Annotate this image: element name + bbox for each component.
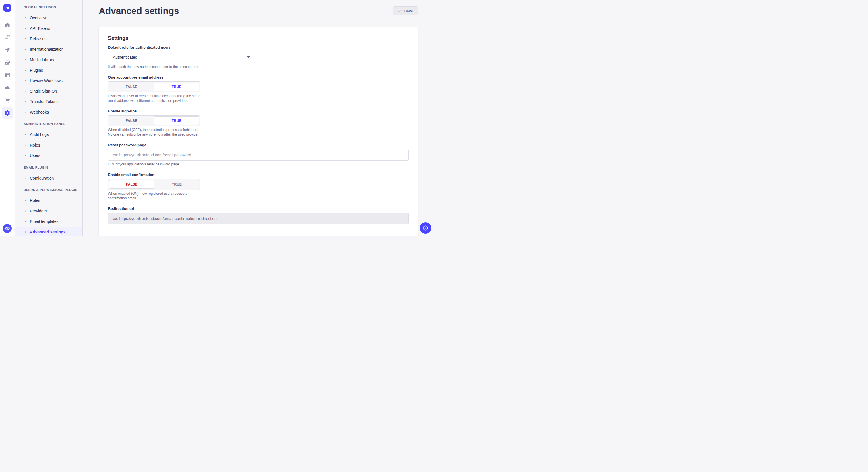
bullet-icon — [25, 80, 26, 81]
bullet-icon — [25, 101, 26, 102]
layout-icon[interactable] — [2, 69, 13, 81]
question-mark-icon: ? — [422, 225, 429, 231]
sidebar-item-label: Internationalization — [30, 47, 64, 52]
sidebar-item-plugins[interactable]: Plugins — [15, 65, 82, 76]
email-confirmation-true-option[interactable]: TRUE — [154, 180, 199, 189]
sidebar-item-label: Roles — [30, 143, 40, 147]
bullet-icon — [25, 49, 26, 50]
reset-password-input[interactable] — [108, 149, 409, 161]
media-library-icon[interactable] — [2, 57, 13, 68]
sidebar-item-review-workflows[interactable]: Review Workflows — [15, 75, 82, 86]
bullet-icon — [25, 155, 26, 156]
settings-card: Settings Default role for authenticated … — [99, 27, 418, 236]
check-icon — [398, 9, 402, 13]
help-button[interactable]: ? — [420, 222, 431, 234]
icon-rail: KD — [0, 0, 15, 236]
email-confirmation-label: Enable email confirmation — [108, 173, 409, 177]
field-email-confirmation: Enable email confirmation FALSE TRUE Whe… — [108, 173, 409, 200]
bullet-icon — [25, 221, 26, 222]
one-account-false-option[interactable]: FALSE — [109, 82, 154, 91]
settings-heading: Settings — [108, 35, 409, 41]
bullet-icon — [25, 144, 26, 146]
sidebar-section-label: GLOBAL SETTINGS — [15, 4, 82, 10]
sidebar-item-providers[interactable]: Providers — [15, 206, 82, 216]
enable-signups-toggle: FALSE TRUE — [108, 115, 200, 126]
field-redirection-url: Redirection url — [108, 206, 409, 224]
sidebar-item-label: Audit Logs — [30, 132, 49, 137]
redirection-url-input[interactable] — [108, 213, 409, 224]
email-confirmation-helper: When enabled (ON), new registered users … — [108, 191, 203, 200]
sidebar-section: USERS & PERMISSIONS PLUGINRolesProviders… — [15, 187, 82, 236]
enable-signups-false-option[interactable]: FALSE — [109, 116, 154, 125]
sidebar-item-configuration[interactable]: Configuration — [15, 173, 82, 183]
sidebar-item-media-library[interactable]: Media Library — [15, 55, 82, 65]
sidebar-item-webhooks[interactable]: Webhooks — [15, 107, 82, 117]
sidebar-item-overview[interactable]: Overview — [15, 12, 82, 23]
sidebar-section: ADMINISTRATION PANELAudit LogsRolesUsers — [15, 121, 82, 161]
gear-icon[interactable] — [2, 107, 13, 119]
sidebar-item-label: Configuration — [30, 176, 54, 180]
sidebar-item-label: Releases — [30, 36, 46, 41]
one-account-helper: Disallow the user to create multiple acc… — [108, 94, 203, 103]
bullet-icon — [25, 177, 26, 179]
chevron-down-icon — [247, 57, 250, 58]
one-account-true-option[interactable]: TRUE — [154, 82, 199, 91]
sidebar-item-users[interactable]: Users — [15, 150, 82, 161]
sidebar-item-releases[interactable]: Releases — [15, 34, 82, 44]
email-confirmation-false-option[interactable]: FALSE — [109, 180, 154, 189]
sidebar-item-label: Providers — [30, 209, 47, 213]
strapi-logo[interactable] — [3, 4, 11, 12]
bullet-icon — [25, 231, 26, 233]
enable-signups-true-option[interactable]: TRUE — [154, 116, 199, 125]
page-header: Advanced settings Save — [99, 0, 418, 22]
user-avatar[interactable]: KD — [3, 224, 12, 233]
sidebar-item-label: Single Sign-On — [30, 89, 57, 94]
field-default-role: Default role for authenticated users Aut… — [108, 45, 409, 69]
sidebar-item-audit-logs[interactable]: Audit Logs — [15, 129, 82, 140]
bullet-icon — [25, 200, 26, 201]
sidebar-item-label: Roles — [30, 198, 40, 203]
sidebar-item-label: API Tokens — [30, 26, 50, 31]
logo-block — [0, 0, 14, 16]
sidebar-item-api-tokens[interactable]: API Tokens — [15, 23, 82, 34]
default-role-label: Default role for authenticated users — [108, 45, 409, 49]
sidebar-item-label: Users — [30, 153, 40, 158]
sidebar-item-label: Plugins — [30, 68, 43, 72]
cart-icon[interactable] — [2, 95, 13, 106]
sidebar-section-label: ADMINISTRATION PANEL — [15, 121, 82, 127]
default-role-value: Authenticated — [113, 55, 137, 60]
feather-icon[interactable] — [2, 32, 13, 43]
sidebar-item-roles[interactable]: Roles — [15, 195, 82, 206]
bullet-icon — [25, 17, 26, 19]
sidebar-item-email-templates[interactable]: Email templates — [15, 216, 82, 227]
sidebar-item-transfer-tokens[interactable]: Transfer Tokens — [15, 96, 82, 107]
one-account-label: One account per email address — [108, 75, 409, 79]
svg-text:?: ? — [425, 227, 426, 230]
save-button[interactable]: Save — [393, 6, 418, 15]
cloud-icon[interactable] — [2, 82, 13, 94]
bullet-icon — [25, 28, 26, 29]
bullet-icon — [25, 70, 26, 71]
default-role-select[interactable]: Authenticated — [108, 52, 255, 63]
redirection-url-label: Redirection url — [108, 206, 409, 211]
enable-signups-label: Enable sign-ups — [108, 109, 409, 113]
bullet-icon — [25, 59, 26, 60]
field-enable-signups: Enable sign-ups FALSE TRUE When disabled… — [108, 109, 409, 137]
sidebar-item-internationalization[interactable]: Internationalization — [15, 44, 82, 55]
bullet-icon — [25, 210, 26, 212]
reset-password-helper: URL of your application's reset password… — [108, 162, 409, 167]
sidebar-item-label: Webhooks — [30, 110, 49, 114]
home-icon[interactable] — [2, 19, 13, 30]
sidebar-item-label: Advanced settings — [30, 230, 65, 234]
paper-plane-icon[interactable] — [2, 44, 13, 56]
save-button-label: Save — [404, 9, 413, 13]
field-reset-password: Reset password page URL of your applicat… — [108, 143, 409, 167]
enable-signups-helper: When disabled (OFF), the registration pr… — [108, 128, 203, 137]
sidebar-item-advanced-settings[interactable]: Advanced settings — [15, 227, 82, 236]
sidebar-item-single-sign-on[interactable]: Single Sign-On — [15, 86, 82, 97]
sidebar-item-label: Review Workflows — [30, 78, 63, 83]
sidebar-item-label: Email templates — [30, 219, 59, 224]
main-content: Advanced settings Save Settings Default … — [83, 0, 434, 236]
strapi-flag-icon — [5, 5, 10, 10]
sidebar-item-roles[interactable]: Roles — [15, 140, 82, 150]
